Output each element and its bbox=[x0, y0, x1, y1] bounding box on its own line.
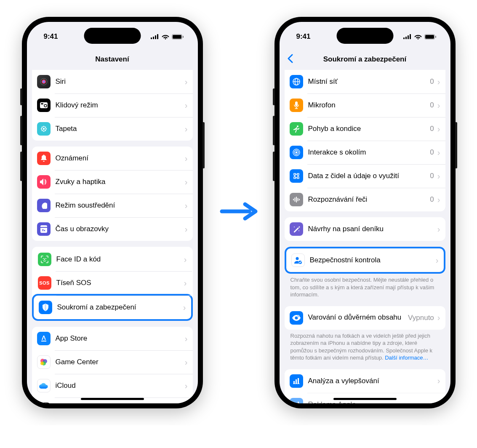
row-cas-obrazovky[interactable]: Čas u obrazovky › bbox=[32, 217, 193, 241]
svg-rect-31 bbox=[435, 36, 436, 38]
chevron-right-icon: › bbox=[185, 124, 188, 134]
svg-rect-1 bbox=[153, 37, 154, 39]
row-label: Data z čidel a údaje o využití bbox=[308, 172, 430, 180]
svg-rect-41 bbox=[294, 197, 295, 202]
svg-rect-0 bbox=[151, 37, 152, 39]
svg-rect-40 bbox=[293, 199, 294, 200]
row-klidovy-rezim[interactable]: Klidový režim › bbox=[32, 93, 193, 117]
status-indicators bbox=[403, 34, 436, 40]
learn-more-link[interactable]: Další informace… bbox=[385, 355, 428, 361]
standby-icon bbox=[37, 99, 51, 112]
nearby-icon bbox=[290, 146, 303, 159]
home-indicator[interactable] bbox=[81, 398, 144, 400]
svg-point-15 bbox=[45, 258, 46, 259]
row-label: Face ID a kód bbox=[56, 255, 182, 264]
row-soustredeni[interactable]: Režim soustředění › bbox=[32, 194, 193, 217]
settings-group: Návrhy na psaní deníku › bbox=[285, 217, 445, 241]
status-time: 9:41 bbox=[296, 32, 311, 41]
row-zvuky[interactable]: Zvuky a haptika › bbox=[32, 170, 193, 194]
row-tapeta[interactable]: Tapeta › bbox=[32, 117, 193, 141]
privacy-list[interactable]: Místní síť 0 › Mikrofon 0 › Pohyb a kond… bbox=[280, 70, 450, 403]
row-data-cidel[interactable]: Data z čidel a údaje o využití 0 › bbox=[285, 164, 445, 188]
row-label: Varování o důvěrném obsahu bbox=[308, 313, 408, 322]
row-varovani-duverny-obsah[interactable]: Varování o důvěrném obsahu Vypnuto › bbox=[285, 306, 445, 330]
row-detail: 0 bbox=[430, 148, 434, 157]
settings-group: Siri › Klidový režim › Tapeta › bbox=[32, 70, 193, 141]
home-indicator[interactable] bbox=[333, 398, 397, 400]
svg-rect-10 bbox=[41, 103, 43, 104]
back-button[interactable] bbox=[285, 52, 296, 67]
row-appstore[interactable]: App Store › bbox=[32, 327, 193, 350]
row-analyza[interactable]: Analýza a vylepšování › bbox=[285, 369, 445, 393]
apple-advertising-icon bbox=[290, 398, 303, 403]
row-detail: Vypnuto bbox=[408, 314, 434, 322]
wallpaper-icon bbox=[37, 122, 51, 136]
row-label: Rozpoznávání řeči bbox=[308, 195, 430, 204]
chevron-right-icon: › bbox=[185, 381, 188, 391]
row-label: Pohyb a kondice bbox=[308, 125, 430, 133]
svg-point-36 bbox=[297, 125, 298, 127]
dynamic-island bbox=[336, 28, 393, 44]
icloud-icon bbox=[37, 379, 51, 392]
row-label: Místní síť bbox=[308, 77, 430, 86]
row-label: Zvuky a haptika bbox=[56, 178, 183, 186]
chevron-right-icon: › bbox=[185, 334, 188, 344]
svg-rect-52 bbox=[293, 381, 295, 384]
sensitive-content-icon bbox=[290, 311, 303, 325]
group-footer: Chraňte svou osobní bezpečnost. Mějte ne… bbox=[285, 274, 445, 300]
row-mikrofon[interactable]: Mikrofon 0 › bbox=[285, 93, 445, 117]
dynamic-island bbox=[84, 28, 141, 44]
row-faceid[interactable]: Face ID a kód › bbox=[33, 248, 192, 271]
svg-rect-43 bbox=[297, 198, 298, 201]
svg-rect-26 bbox=[405, 37, 407, 39]
svg-rect-28 bbox=[410, 34, 411, 39]
row-label: Siri bbox=[56, 77, 183, 86]
settings-group: Oznámení › Zvuky a haptika › Režim soust… bbox=[32, 147, 193, 241]
chevron-right-icon: › bbox=[185, 77, 188, 87]
privacy-icon bbox=[39, 301, 52, 314]
row-siri[interactable]: Siri › bbox=[32, 70, 193, 93]
status-indicators bbox=[151, 34, 184, 40]
chevron-right-icon: › bbox=[185, 357, 188, 367]
chevron-right-icon: › bbox=[185, 154, 188, 163]
row-rozpoznavani-reci[interactable]: Rozpoznávání řeči 0 › bbox=[285, 188, 445, 211]
row-navrhy-deniku[interactable]: Návrhy na psaní deníku › bbox=[285, 217, 445, 241]
svg-rect-27 bbox=[408, 35, 409, 39]
row-pohyb-kondice[interactable]: Pohyb a kondice 0 › bbox=[285, 117, 445, 141]
svg-rect-25 bbox=[403, 37, 405, 39]
row-detail: 0 bbox=[430, 77, 434, 86]
row-bezpecnostni-kontrola[interactable]: Bezpečnostní kontrola › bbox=[285, 247, 445, 274]
row-label: Mikrofon bbox=[308, 101, 430, 109]
row-label: Oznámení bbox=[56, 154, 183, 163]
safety-check-icon bbox=[291, 253, 305, 267]
row-label: Tíseň SOS bbox=[56, 279, 182, 287]
page-title: Soukromí a zabezpečení bbox=[323, 55, 406, 64]
chevron-right-icon: › bbox=[185, 224, 188, 234]
appstore-icon bbox=[37, 332, 51, 345]
chevron-right-icon: › bbox=[437, 224, 440, 234]
svg-point-8 bbox=[42, 80, 46, 84]
row-label: Analýza a vylepšování bbox=[308, 377, 436, 385]
row-gamecenter[interactable]: Game Center › bbox=[32, 350, 193, 374]
svg-rect-5 bbox=[173, 35, 181, 39]
speech-icon bbox=[290, 193, 303, 206]
svg-rect-6 bbox=[183, 36, 184, 38]
wifi-icon bbox=[162, 34, 169, 40]
wifi-icon bbox=[414, 34, 422, 40]
gamecenter-icon bbox=[37, 355, 51, 369]
settings-list[interactable]: Siri › Klidový režim › Tapeta › Oznáme bbox=[27, 70, 198, 403]
svg-point-19 bbox=[40, 362, 44, 365]
row-soukromi-zabezpeceni[interactable]: Soukromí a zabezpečení › bbox=[32, 294, 193, 321]
chevron-right-icon: › bbox=[437, 124, 440, 134]
sos-icon: SOS bbox=[38, 276, 51, 290]
row-label: App Store bbox=[56, 334, 183, 343]
row-mistni-sit[interactable]: Místní síť 0 › bbox=[285, 70, 445, 93]
row-interakce[interactable]: Interakce s okolím 0 › bbox=[285, 141, 445, 164]
row-sos[interactable]: SOS Tíseň SOS › bbox=[33, 271, 192, 295]
chevron-right-icon: › bbox=[185, 177, 188, 187]
motion-icon bbox=[290, 122, 303, 136]
row-oznameni[interactable]: Oznámení › bbox=[32, 147, 193, 170]
chevron-right-icon: › bbox=[437, 148, 440, 157]
row-detail: 0 bbox=[430, 101, 434, 109]
row-icloud[interactable]: iCloud › bbox=[32, 374, 193, 397]
